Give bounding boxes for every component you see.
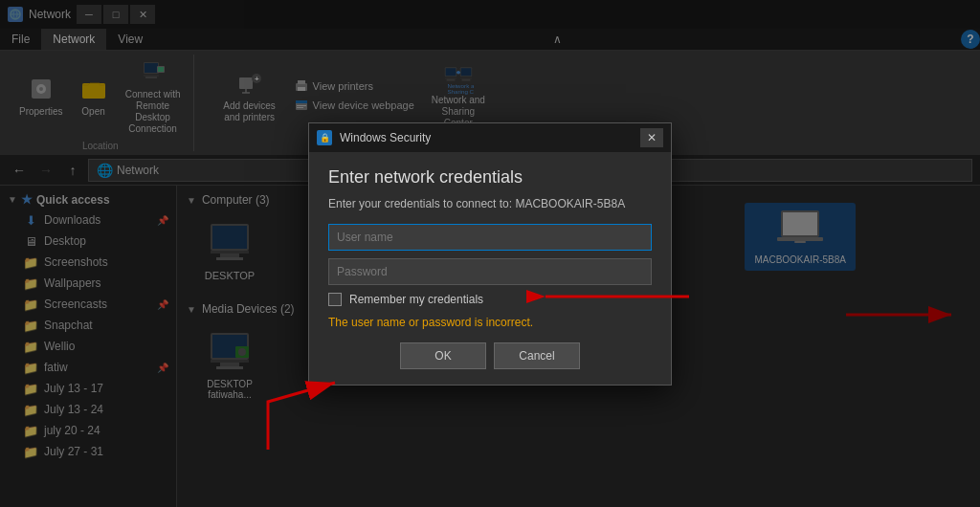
dialog-button-row: OK Cancel <box>328 342 652 369</box>
cancel-button[interactable]: Cancel <box>494 342 580 369</box>
dialog-overlay: 🔒 Windows Security ✕ Enter network crede… <box>0 0 980 507</box>
remember-credentials-checkbox[interactable] <box>328 293 342 306</box>
dialog-heading: Enter network credentials <box>328 167 652 187</box>
windows-security-dialog: 🔒 Windows Security ✕ Enter network crede… <box>308 122 672 386</box>
remember-credentials-row: Remember my credentials <box>328 293 652 306</box>
remember-credentials-label: Remember my credentials <box>349 293 483 306</box>
dialog-icon: 🔒 <box>317 130 332 145</box>
password-input[interactable] <box>328 258 652 285</box>
dialog-title-text: Windows Security <box>340 131 633 144</box>
ok-button[interactable]: OK <box>400 342 486 369</box>
dialog-body: Enter network credentials Enter your cre… <box>309 152 671 385</box>
dialog-subtext: Enter your credentials to connect to: MA… <box>328 197 652 210</box>
dialog-close-button[interactable]: ✕ <box>640 128 663 147</box>
error-message: The user name or password is incorrect. <box>328 316 652 329</box>
username-input[interactable] <box>328 224 652 251</box>
dialog-title-bar: 🔒 Windows Security ✕ <box>309 123 671 152</box>
